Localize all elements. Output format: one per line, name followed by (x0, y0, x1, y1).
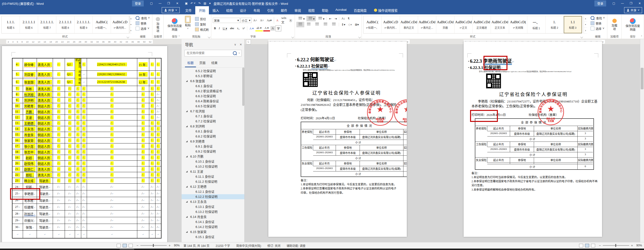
table-cell[interactable]: / (137, 155, 149, 161)
table-cell[interactable]: / (53, 138, 65, 144)
right-ribbon-options-icon[interactable]: ▢ (610, 0, 618, 7)
table-cell[interactable]: / (75, 210, 81, 217)
table-cell[interactable]: / (81, 138, 87, 144)
nav-options-icon[interactable]: ∨ (234, 43, 236, 46)
section-heading[interactable]: ▪6.22.2 何新驾驶证↵ (295, 56, 398, 63)
table-cell[interactable]: 27 (12, 204, 23, 210)
table-cell[interactable]: 7 (12, 86, 23, 92)
table-cell[interactable]: / (149, 204, 156, 210)
table-cell[interactable]: Q1 (65, 78, 75, 86)
table-cell[interactable]: / (87, 132, 137, 138)
table-cell[interactable]: / (137, 86, 149, 92)
table-cell[interactable]: 15 (12, 132, 23, 138)
right-save-to-pan-button[interactable]: 保存到百度网盘 (623, 18, 642, 32)
subscript-button[interactable]: x₂ (236, 26, 241, 31)
clear-format-button[interactable]: A (275, 18, 280, 23)
left-share-button[interactable]: 共享 ˅ (162, 7, 180, 13)
table-cell[interactable]: / (65, 143, 75, 149)
nav-heading-item[interactable]: 6.12 王艳德 (182, 184, 244, 189)
table-cell[interactable]: / (53, 97, 65, 103)
table-cell[interactable]: / (65, 132, 75, 138)
align-center-button[interactable] (305, 22, 313, 27)
table-cell[interactable]: / (149, 217, 156, 224)
nav-search-input[interactable] (185, 52, 233, 55)
right-addin-button[interactable]: 加载项 (609, 18, 620, 32)
zoom-in-icon[interactable]: + (169, 244, 170, 247)
right-restore-icon[interactable]: ❐ (627, 0, 636, 7)
table-cell[interactable]: 清洗人员 (37, 92, 53, 98)
table-cell[interactable]: / (65, 178, 75, 184)
enclose-char-button[interactable]: Ⓐ (288, 18, 294, 23)
nav-scrollbar-thumb[interactable] (242, 68, 244, 106)
table-cell[interactable]: / (137, 160, 149, 166)
table-cell[interactable]: 清洗人员 (37, 58, 53, 71)
right-zoom-level[interactable]: 90% (636, 244, 642, 247)
table-cell[interactable]: / (137, 224, 149, 230)
table-cell[interactable]: 18 (12, 149, 23, 155)
table-cell[interactable]: / (53, 166, 65, 172)
table-cell[interactable]: / (81, 132, 87, 138)
table-row[interactable] (12, 230, 161, 238)
table-cell[interactable]: 倒运人员 (37, 114, 53, 120)
table-cell[interactable]: 刘洪明 (23, 97, 37, 103)
search-icon[interactable] (233, 51, 237, 55)
table-cell[interactable]: / (53, 172, 65, 178)
table-cell[interactable]: 张强 (23, 224, 37, 230)
select-button[interactable]: 选择 ˅ (135, 26, 151, 31)
table-cell[interactable]: / (75, 114, 81, 120)
table-cell[interactable]: / (81, 224, 87, 230)
tab-布局[interactable]: 布局 (250, 6, 264, 14)
table-cell[interactable]: / (81, 143, 87, 149)
table-cell[interactable]: / (156, 114, 161, 120)
bullets-button[interactable]: ▾ (296, 16, 306, 21)
table-cell[interactable]: 11 (12, 109, 23, 115)
font-size-combo[interactable]: 小三▾ (240, 18, 252, 23)
table-row[interactable]: 14王永浩倒运人员//////// (12, 126, 161, 132)
table-cell[interactable]: / (53, 210, 65, 217)
table-cell[interactable]: / (81, 210, 87, 217)
table-cell[interactable]: / (137, 103, 149, 109)
touch-mode-icon[interactable]: ▤ (203, 2, 207, 5)
table-cell[interactable]: / (75, 109, 81, 115)
table-cell[interactable]: / (65, 190, 75, 197)
table-cell[interactable]: / (81, 155, 87, 161)
customize-qat-icon[interactable]: ▾ (208, 2, 212, 5)
right-style-item[interactable]: AaBbCcDd表内正文 (400, 16, 418, 33)
table-cell[interactable]: / (81, 184, 87, 190)
table-cell[interactable]: / (53, 155, 65, 161)
table-cell[interactable]: / (149, 86, 156, 92)
table-cell[interactable] (12, 230, 23, 238)
table-cell[interactable]: 清洗人员 (37, 78, 53, 86)
table-row[interactable]: 11齐鹏倒运人员//////// (12, 109, 161, 114)
nav-heading-item[interactable]: 6.13.2 社保证明 (182, 209, 244, 214)
table-cell[interactable]: / (81, 204, 87, 210)
table-row[interactable]: 6张金国清洗人员/Q1司机21112219721106263812 年// (12, 78, 161, 86)
table-cell[interactable]: 清洗人员 (37, 172, 53, 178)
table-cell[interactable]: 赵铁仁 (23, 166, 37, 172)
table-row[interactable]: 18张志中倒运人员//////// (12, 149, 161, 155)
table-cell[interactable] (81, 230, 87, 238)
table-row[interactable]: 21赵铁仁清洗人员//////// (12, 166, 161, 172)
table-cell[interactable] (53, 230, 65, 238)
table-cell[interactable]: / (87, 224, 137, 230)
table-row[interactable]: 7陈彬清洗人员//////// (12, 86, 161, 92)
table-cell[interactable]: 清洗人员 (37, 86, 53, 92)
table-cell[interactable]: / (156, 160, 161, 166)
table-cell[interactable]: 驾驶员 (37, 224, 53, 230)
table-cell[interactable]: / (156, 204, 161, 210)
table-cell[interactable]: / (87, 204, 137, 210)
table-cell[interactable]: / (75, 149, 81, 155)
nav-heading-item[interactable]: 6.8.2 社保证明 (182, 134, 244, 139)
nav-heading-item[interactable]: 6.6.1 身份证 (182, 84, 244, 88)
replace-button[interactable]: 替换 (135, 20, 151, 26)
find-button[interactable]: 查找 ˅ (135, 15, 151, 20)
multilevel-list-button[interactable]: ▾ (316, 16, 326, 21)
table-cell[interactable]: / (156, 70, 161, 78)
table-cell[interactable]: / (156, 172, 161, 178)
table-cell[interactable]: / (87, 97, 137, 103)
table-cell[interactable]: 6 (12, 78, 23, 86)
left-document-page[interactable]: 4顾令峰清洗人员/Q2起重司机/22042119820401251515 年//… (2, 46, 167, 242)
table-cell[interactable]: / (149, 97, 156, 103)
table-cell[interactable]: / (149, 178, 156, 184)
table-cell[interactable]: 齐鹏 (23, 109, 37, 115)
